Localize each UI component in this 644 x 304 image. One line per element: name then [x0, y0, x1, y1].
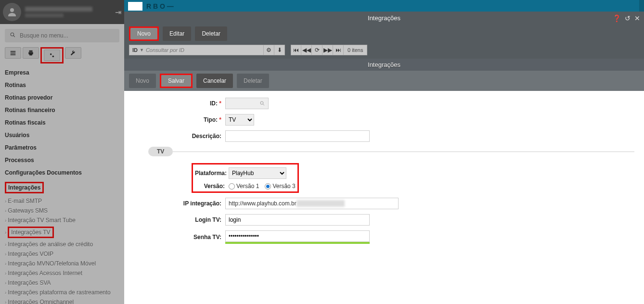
query-settings-icon[interactable]: ⚙ — [264, 45, 274, 55]
quick-print-icon[interactable] — [23, 47, 39, 59]
pager-count: 0 itens — [344, 45, 367, 55]
query-input[interactable] — [146, 47, 260, 53]
panel-integracoes: Integrações ❓ ↺ ✕ Novo Editar Deletar ID… — [124, 12, 644, 304]
topbar: R B O — — [124, 0, 644, 13]
tab-tv[interactable]: TV — [148, 147, 173, 156]
chevron-right-icon: › — [5, 199, 6, 204]
pager-next-icon[interactable]: ▶▶ — [322, 45, 333, 55]
expand-icon[interactable]: ✕ — [634, 14, 640, 22]
sub-analise-credito[interactable]: ›Integrações de análise de crédito — [0, 240, 124, 249]
plataforma-select[interactable]: PlayHub — [229, 167, 286, 179]
sub-email-smtp[interactable]: ›E-mail SMTP — [0, 196, 124, 206]
form-title: Integrações — [124, 59, 644, 71]
sub-omnichannel[interactable]: ›Integrações Omnichannel — [0, 297, 124, 304]
svg-line-2 — [13, 36, 15, 37]
svg-point-7 — [52, 56, 54, 58]
menu-search-input[interactable] — [20, 32, 115, 39]
sub-rastreamento[interactable]: ›Integrações plataforma de rastreamento — [0, 288, 124, 297]
svg-point-0 — [10, 8, 14, 12]
quick-list-icon[interactable] — [5, 47, 21, 59]
chevron-right-icon: › — [5, 300, 6, 304]
pager-first-icon[interactable]: ⏮ — [291, 45, 301, 55]
sub-acessos-internet[interactable]: ›Integrações Acessos Internet — [0, 268, 124, 278]
versao-1-radio[interactable]: Versão 1 — [229, 183, 259, 190]
quick-tools-icon[interactable] — [65, 47, 81, 59]
sidebar: ⇥ Empresa Rotinas Rotinas provedor Rotin… — [0, 0, 124, 304]
senha-input[interactable] — [225, 230, 370, 242]
novo-button[interactable]: Novo — [130, 28, 157, 39]
deletar-button[interactable]: Deletar — [195, 26, 227, 41]
chevron-right-icon: › — [5, 280, 6, 286]
chevron-right-icon: › — [5, 271, 6, 276]
plataforma-label: Plataforma: — [195, 170, 229, 177]
desc-input[interactable] — [225, 130, 370, 142]
login-input[interactable] — [225, 214, 370, 226]
highlight-plataforma-versao: Plataforma: PlayHub Versão: Versão 1 Ver… — [192, 163, 299, 193]
editar-button[interactable]: Editar — [163, 26, 191, 41]
pager-last-icon[interactable]: ⏭ — [333, 45, 344, 55]
svg-line-9 — [263, 104, 265, 106]
svg-point-1 — [11, 33, 14, 36]
query-field[interactable]: ID ▼ — [129, 45, 264, 55]
form-panel: Integrações Novo Salvar Cancelar Deletar… — [124, 59, 644, 304]
form-salvar-button[interactable]: Salvar — [161, 75, 191, 87]
chevron-down-icon: ▼ — [140, 48, 144, 52]
query-field-label: ID — [132, 47, 138, 53]
form-novo-button: Novo — [129, 74, 156, 88]
nav-processos[interactable]: Processos — [0, 154, 124, 166]
sub-voip[interactable]: ›Integrações VOIP — [0, 249, 124, 259]
chevron-right-icon: › — [5, 261, 6, 266]
nav-rotinas-fiscais[interactable]: Rotinas fiscais — [0, 116, 124, 129]
nav-rotinas[interactable]: Rotinas — [0, 79, 124, 91]
sub-integracoes-tv[interactable]: ›Integrações TV — [0, 225, 124, 240]
login-label: Login TV: — [134, 216, 225, 223]
tipo-select[interactable]: TV — [225, 114, 254, 126]
nav-integracoes[interactable]: Integrações — [0, 179, 124, 196]
help-icon[interactable]: ❓ — [613, 14, 621, 22]
tipo-label: Tipo: * — [134, 116, 225, 123]
desc-label: Descrição: — [134, 133, 225, 139]
chevron-right-icon: › — [5, 242, 6, 247]
nav-usuarios[interactable]: Usuários — [0, 129, 124, 141]
nav: Empresa Rotinas Rotinas provedor Rotinas… — [0, 66, 124, 304]
ip-input[interactable]: http://www.playhub.com.br — [225, 198, 399, 209]
svg-rect-5 — [11, 54, 16, 55]
brand-logo — [128, 2, 142, 11]
id-field[interactable] — [225, 98, 269, 109]
nav-empresa[interactable]: Empresa — [0, 66, 124, 79]
logout-icon[interactable]: ⇥ — [115, 8, 121, 17]
sub-mvno[interactable]: ›Integração MVNO/Telefonia Móvel — [0, 259, 124, 268]
query-download-icon[interactable]: ⬇ — [274, 45, 285, 55]
chevron-right-icon: › — [5, 252, 6, 257]
svg-rect-3 — [11, 51, 16, 52]
menu-search[interactable] — [5, 29, 119, 42]
brand-text: R B O — — [146, 2, 174, 10]
form-cancelar-button[interactable]: Cancelar — [196, 74, 233, 88]
versao-3-radio[interactable]: Versão 3 — [265, 183, 295, 190]
svg-point-8 — [260, 101, 263, 104]
password-strength-bar — [225, 242, 370, 244]
pager-refresh-icon[interactable]: ⟳ — [312, 45, 322, 55]
history-icon[interactable]: ↺ — [625, 14, 631, 22]
svg-rect-4 — [11, 52, 16, 53]
senha-label: Senha TV: — [134, 234, 225, 241]
nav-config-docs[interactable]: Configurações Documentos — [0, 166, 124, 179]
versao-label: Versão: — [195, 183, 229, 190]
sub-sva[interactable]: ›Integrações SVA — [0, 278, 124, 288]
nav-parametros[interactable]: Parâmetros — [0, 141, 124, 154]
quick-settings-icon[interactable] — [44, 50, 60, 61]
svg-point-6 — [50, 53, 52, 55]
nav-rotinas-provedor[interactable]: Rotinas provedor — [0, 91, 124, 104]
sub-gateways-sms[interactable]: ›Gateways SMS — [0, 206, 124, 215]
sidebar-header: ⇥ — [0, 0, 124, 24]
search-icon — [259, 101, 265, 106]
nav-rotinas-financeiro[interactable]: Rotinas financeiro — [0, 104, 124, 116]
avatar — [3, 3, 21, 21]
sub-tv-smart-tube[interactable]: ›Integração TV Smart Tube — [0, 215, 124, 225]
panel-title: Integrações — [124, 12, 644, 25]
chevron-right-icon: › — [5, 230, 6, 235]
ip-label: IP integração: — [134, 200, 225, 207]
chevron-right-icon: › — [5, 218, 6, 223]
pager-prev-icon[interactable]: ◀◀ — [301, 45, 312, 55]
chevron-right-icon: › — [5, 290, 6, 295]
